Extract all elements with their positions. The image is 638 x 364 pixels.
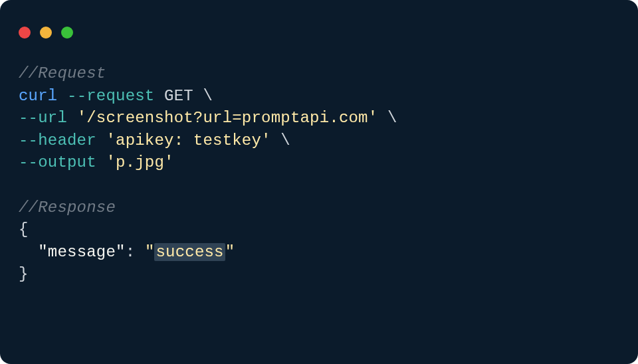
curl-command: curl xyxy=(19,87,57,105)
response-comment: //Response xyxy=(19,199,116,217)
window-minimize-icon[interactable] xyxy=(40,27,52,39)
window-titlebar xyxy=(0,0,638,49)
http-method: GET xyxy=(164,87,193,105)
window-close-icon[interactable] xyxy=(19,27,31,39)
header-string: 'apikey: testkey' xyxy=(106,132,270,149)
json-key-message: message xyxy=(48,243,116,261)
flag-request: --request xyxy=(67,87,154,105)
line-cont-2: \ xyxy=(387,109,397,127)
json-val-quote-close: " xyxy=(225,243,235,261)
flag-url: --url xyxy=(19,109,67,127)
line-cont-3: \ xyxy=(280,132,290,149)
window-zoom-icon[interactable] xyxy=(61,27,73,39)
line-cont-1: \ xyxy=(203,87,213,105)
json-colon: : xyxy=(126,243,145,261)
code-pre: //Request curl --request GET \ --url '/s… xyxy=(19,62,619,286)
json-value-success: success xyxy=(154,243,225,261)
flag-output: --output xyxy=(19,153,96,171)
json-key-quote-close: " xyxy=(116,243,126,261)
code-block: //Request curl --request GET \ --url '/s… xyxy=(0,49,638,286)
json-key-quote-open: " xyxy=(38,243,48,261)
output-string: 'p.jpg' xyxy=(106,153,173,171)
json-open-brace: { xyxy=(19,221,29,238)
flag-header: --header xyxy=(19,132,96,149)
url-string: '/screenshot?url=promptapi.com' xyxy=(77,109,378,127)
terminal-window: //Request curl --request GET \ --url '/s… xyxy=(0,0,638,364)
json-val-quote-open: " xyxy=(145,243,155,261)
request-comment: //Request xyxy=(19,64,106,82)
json-close-brace: } xyxy=(19,265,29,283)
